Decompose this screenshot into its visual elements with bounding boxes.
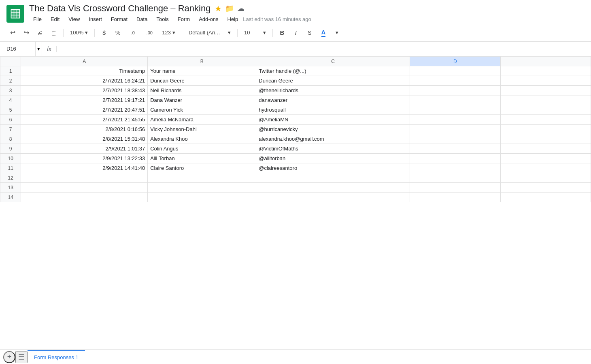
cell-b5[interactable]: Cameron Yick [148, 105, 256, 115]
cell-c13[interactable] [256, 183, 410, 193]
cell-extra-6[interactable] [500, 115, 591, 125]
cell-a10[interactable]: 2/9/2021 13:22:33 [21, 154, 148, 163]
cell-c11[interactable]: @claireesantoro [256, 163, 410, 173]
zoom-dropdown[interactable]: 100% ▾ [67, 28, 91, 37]
cell-c5[interactable]: hydrosquall [256, 105, 410, 115]
cell-extra-12[interactable] [500, 173, 591, 183]
fill-color-button[interactable]: ▾ [331, 27, 343, 39]
cell-d4[interactable] [410, 95, 500, 105]
cell-c7[interactable]: @hurricanevicky [256, 125, 410, 134]
col-header-c[interactable]: C [256, 57, 410, 66]
cell-c3[interactable]: @theneilrichards [256, 86, 410, 95]
sheet-menu-button[interactable]: ☰ [15, 351, 28, 363]
cell-a2[interactable]: 2/7/2021 16:24:21 [21, 76, 148, 86]
cell-b1[interactable]: Your name [148, 66, 256, 76]
cell-a1[interactable]: Timestamp [21, 66, 148, 76]
cell-extra-8[interactable] [500, 134, 591, 144]
redo-button[interactable]: ↪ [20, 27, 32, 39]
menu-tools[interactable]: Tools [152, 15, 172, 24]
menu-view[interactable]: View [64, 15, 84, 24]
cell-a8[interactable]: 2/8/2021 15:31:48 [21, 134, 148, 144]
cell-b12[interactable] [148, 173, 256, 183]
paint-format-button[interactable]: ⬚ [48, 27, 60, 39]
cell-a7[interactable]: 2/8/2021 0:16:56 [21, 125, 148, 134]
cell-d8[interactable] [410, 134, 500, 144]
add-sheet-button[interactable]: + [3, 351, 15, 363]
menu-format[interactable]: Format [107, 15, 132, 24]
cell-reference-input[interactable] [3, 42, 36, 56]
cell-extra-13[interactable] [500, 183, 591, 193]
cell-a6[interactable]: 2/7/2021 21:45:55 [21, 115, 148, 125]
menu-data[interactable]: Data [132, 15, 151, 24]
cell-extra-4[interactable] [500, 95, 591, 105]
cell-b2[interactable]: Duncan Geere [148, 76, 256, 86]
col-header-e[interactable] [500, 57, 591, 66]
print-button[interactable]: 🖨 [34, 27, 46, 39]
cell-a9[interactable]: 2/9/2021 1:01:37 [21, 144, 148, 154]
bold-button[interactable]: B [276, 27, 288, 39]
cell-extra-5[interactable] [500, 105, 591, 115]
cell-d1[interactable] [410, 66, 500, 76]
cell-a13[interactable] [21, 183, 148, 193]
col-header-a[interactable]: A [21, 57, 148, 66]
cell-d12[interactable] [410, 173, 500, 183]
cell-d2[interactable] [410, 76, 500, 86]
cell-c4[interactable]: danawanzer [256, 95, 410, 105]
percent-button[interactable]: % [112, 27, 124, 39]
cell-b8[interactable]: Alexandra Khoo [148, 134, 256, 144]
cell-c14[interactable] [256, 193, 410, 202]
cell-extra-3[interactable] [500, 86, 591, 95]
font-dropdown[interactable]: Default (Ari… ▾ [185, 28, 234, 37]
cell-extra-2[interactable] [500, 76, 591, 86]
cell-a3[interactable]: 2/7/2021 18:38:43 [21, 86, 148, 95]
cell-b14[interactable] [148, 193, 256, 202]
col-header-b[interactable]: B [148, 57, 256, 66]
menu-help[interactable]: Help [223, 15, 242, 24]
cell-d13[interactable] [410, 183, 500, 193]
cell-c6[interactable]: @AmeliaMN [256, 115, 410, 125]
strikethrough-button[interactable]: S [304, 27, 316, 39]
cell-extra-7[interactable] [500, 125, 591, 134]
cell-ref-dropdown[interactable]: ▾ [36, 42, 42, 56]
menu-edit[interactable]: Edit [47, 15, 64, 24]
cell-d9[interactable] [410, 144, 500, 154]
cell-b7[interactable]: Vicky Johnson-Dahl [148, 125, 256, 134]
menu-addons[interactable]: Add-ons [195, 15, 222, 24]
cell-a5[interactable]: 2/7/2021 20:47:51 [21, 105, 148, 115]
menu-insert[interactable]: Insert [85, 15, 106, 24]
cell-b11[interactable]: Claire Santoro [148, 163, 256, 173]
star-icon[interactable]: ★ [215, 4, 222, 13]
col-header-d[interactable]: D [410, 57, 500, 66]
cell-c10[interactable]: @allitorban [256, 154, 410, 163]
cell-b13[interactable] [148, 183, 256, 193]
italic-button[interactable]: I [290, 27, 302, 39]
cell-a4[interactable]: 2/7/2021 19:17:21 [21, 95, 148, 105]
cell-extra-9[interactable] [500, 144, 591, 154]
folder-icon[interactable]: 📁 [225, 4, 234, 13]
decimal-decrease-button[interactable]: .0 [125, 27, 140, 39]
currency-button[interactable]: $ [98, 27, 110, 39]
cell-d5[interactable] [410, 105, 500, 115]
cell-c8[interactable]: alexandra.khoo@gmail.com [256, 134, 410, 144]
formula-input[interactable] [57, 46, 588, 52]
decimal-increase-button[interactable]: .00 [142, 27, 157, 39]
cell-extra-1[interactable] [500, 66, 591, 76]
cell-d11[interactable] [410, 163, 500, 173]
cell-c9[interactable]: @VictimOfMaths [256, 144, 410, 154]
cell-extra-14[interactable] [500, 193, 591, 202]
cell-d14[interactable] [410, 193, 500, 202]
cell-d6[interactable] [410, 115, 500, 125]
cloud-icon[interactable]: ☁ [237, 4, 244, 13]
cell-d3[interactable] [410, 86, 500, 95]
cell-b3[interactable]: Neil Richards [148, 86, 256, 95]
menu-file[interactable]: File [29, 15, 46, 24]
cell-a12[interactable] [21, 173, 148, 183]
font-size-dropdown[interactable]: 10 ▾ [241, 28, 269, 37]
cell-d7[interactable] [410, 125, 500, 134]
cell-extra-10[interactable] [500, 154, 591, 163]
cell-c12[interactable] [256, 173, 410, 183]
cell-b4[interactable]: Dana Wanzer [148, 95, 256, 105]
more-formats-dropdown[interactable]: 123 ▾ [159, 28, 179, 37]
undo-button[interactable]: ↩ [6, 27, 19, 39]
cell-b9[interactable]: Colin Angus [148, 144, 256, 154]
